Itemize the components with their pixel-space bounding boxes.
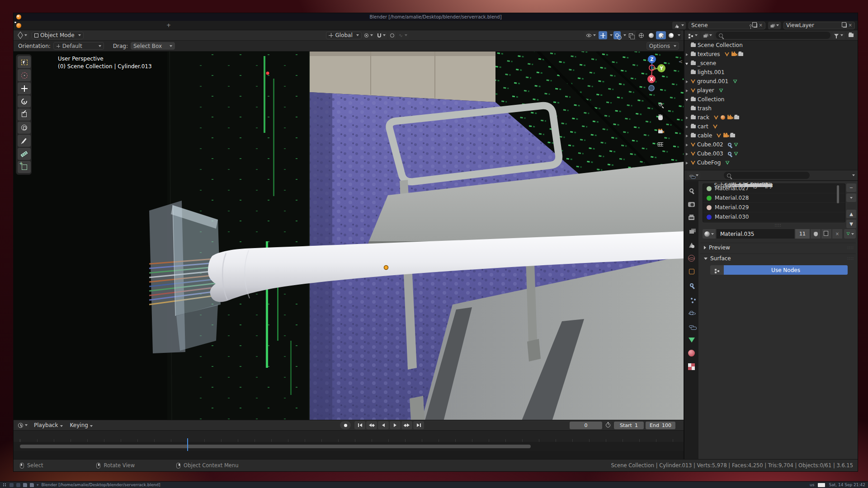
slot-specials-button[interactable]: [846, 193, 856, 202]
mode-selector[interactable]: Object Mode: [32, 32, 84, 39]
axis-x[interactable]: X: [647, 75, 656, 83]
close-viewlayer-icon[interactable]: ×: [849, 23, 852, 28]
shading-solid-button[interactable]: [646, 31, 656, 39]
timeline-menu-item[interactable]: [104, 424, 112, 426]
properties-options-dropdown[interactable]: [852, 174, 855, 176]
properties-tab[interactable]: [685, 361, 698, 372]
properties-tab[interactable]: [685, 307, 698, 318]
outliner-display-mode-button[interactable]: [701, 32, 714, 39]
timeline-scrollbar[interactable]: [20, 445, 531, 448]
copy-material-button[interactable]: [821, 229, 831, 239]
play-reverse-button[interactable]: [378, 421, 389, 429]
use-preview-range-button[interactable]: [604, 422, 612, 429]
menu-item[interactable]: [23, 24, 30, 26]
panel-collapse-arrow[interactable]: <: [679, 59, 683, 65]
drag-setting-dropdown[interactable]: Select Box: [131, 42, 175, 50]
outliner-row[interactable]: CubeFog: [684, 158, 858, 167]
copy-scene-icon[interactable]: [754, 23, 757, 28]
axis-z[interactable]: Z: [648, 55, 656, 63]
jump-to-start-button[interactable]: [354, 421, 365, 429]
outliner-row[interactable]: player: [684, 86, 858, 95]
axis-y[interactable]: Y: [657, 64, 665, 72]
expand-toggle[interactable]: [684, 87, 689, 94]
pin-icon[interactable]: [750, 24, 752, 27]
show-gizmos-toggle[interactable]: [599, 31, 607, 39]
viewport-menu-item[interactable]: [87, 34, 94, 36]
users-count-button[interactable]: 11: [795, 229, 810, 239]
properties-tab[interactable]: [685, 198, 698, 209]
fake-user-button[interactable]: [811, 229, 821, 239]
playhead-line[interactable]: [187, 438, 188, 451]
list-resize-grip[interactable]: ::::: [775, 223, 782, 227]
expand-toggle[interactable]: [684, 132, 689, 139]
tool-button[interactable]: [18, 161, 31, 173]
outliner-search-input[interactable]: [716, 32, 830, 39]
workspace-tab[interactable]: [91, 24, 99, 26]
workspace-tab[interactable]: [109, 24, 117, 26]
viewlayer-selector[interactable]: ViewLayer ×: [783, 22, 855, 29]
properties-tab[interactable]: [685, 253, 698, 263]
expand-toggle[interactable]: [684, 78, 689, 84]
axis-z-neg[interactable]: [648, 85, 655, 91]
outliner-row[interactable]: Cube.002: [684, 140, 858, 149]
outliner-row[interactable]: Collection: [684, 95, 858, 104]
keyboard-layout[interactable]: us: [810, 483, 814, 487]
expand-toggle[interactable]: [684, 123, 689, 130]
menu-item[interactable]: [52, 24, 59, 26]
orientation-setting-dropdown[interactable]: Default: [53, 42, 104, 50]
overlays-dropdown[interactable]: [623, 34, 626, 36]
browse-material-button[interactable]: [703, 229, 716, 239]
outliner-filter-button[interactable]: [832, 32, 845, 39]
outliner-row[interactable]: Scene Collection: [684, 41, 858, 50]
outliner-row[interactable]: textures: [684, 50, 858, 59]
proportional-edit-toggle[interactable]: [388, 32, 396, 39]
scene-selector[interactable]: Scene ×: [689, 22, 765, 29]
properties-editor-button[interactable]: [687, 172, 700, 179]
workspace-tab[interactable]: [82, 24, 90, 26]
show-overlays-toggle[interactable]: [613, 31, 621, 39]
node-tree-button[interactable]: [844, 229, 856, 239]
tool-button[interactable]: [18, 122, 31, 134]
viewport-menu-item[interactable]: [94, 34, 102, 36]
pan-button[interactable]: [655, 112, 666, 124]
workspace-tab[interactable]: [127, 24, 135, 26]
outliner-row[interactable]: cable: [684, 131, 858, 140]
visibility-dropdown[interactable]: [585, 32, 598, 39]
workspace-tab[interactable]: [118, 24, 126, 26]
timeline-menu-item[interactable]: [97, 424, 104, 426]
gizmo-dropdown[interactable]: [610, 34, 613, 36]
copy-viewlayer-icon[interactable]: [843, 23, 847, 28]
jump-to-end-button[interactable]: [413, 421, 424, 429]
outliner-row[interactable]: cart: [684, 122, 858, 131]
tool-button[interactable]: [18, 95, 31, 108]
tool-button[interactable]: [18, 56, 31, 68]
outliner-row[interactable]: _scene: [684, 59, 858, 68]
viewlayer-browse-button[interactable]: [768, 22, 781, 29]
next-keyframe-button[interactable]: [401, 421, 412, 429]
expand-toggle[interactable]: [684, 60, 689, 66]
expand-toggle[interactable]: [684, 51, 689, 57]
properties-tab[interactable]: [685, 334, 698, 345]
properties-tab[interactable]: [685, 225, 698, 236]
material-slot[interactable]: Material.029: [703, 203, 845, 212]
taskbar-clock[interactable]: Sat, 14 Sep 21:42: [829, 483, 865, 487]
material-slot[interactable]: Material.030: [703, 212, 845, 222]
camera-view-button[interactable]: [655, 126, 666, 137]
workspace-tab[interactable]: [145, 24, 153, 26]
folder-icon[interactable]: [23, 483, 27, 487]
workspace-tab[interactable]: [100, 24, 108, 26]
workspace-tab[interactable]: [64, 24, 72, 26]
tool-button[interactable]: [18, 82, 31, 94]
expand-toggle[interactable]: [684, 141, 689, 148]
expand-toggle[interactable]: [684, 150, 689, 157]
auto-key-button[interactable]: [340, 421, 351, 429]
workspace-tab[interactable]: [154, 24, 162, 26]
tool-button[interactable]: [18, 135, 31, 147]
shading-material-button[interactable]: [656, 31, 666, 39]
material-name-field[interactable]: Material.035: [717, 229, 794, 239]
perspective-toggle-button[interactable]: [655, 138, 666, 150]
shading-dropdown[interactable]: [678, 34, 680, 36]
editor-type-button[interactable]: [16, 32, 29, 39]
axis-x-neg[interactable]: [649, 65, 655, 71]
properties-tab[interactable]: [685, 293, 698, 304]
